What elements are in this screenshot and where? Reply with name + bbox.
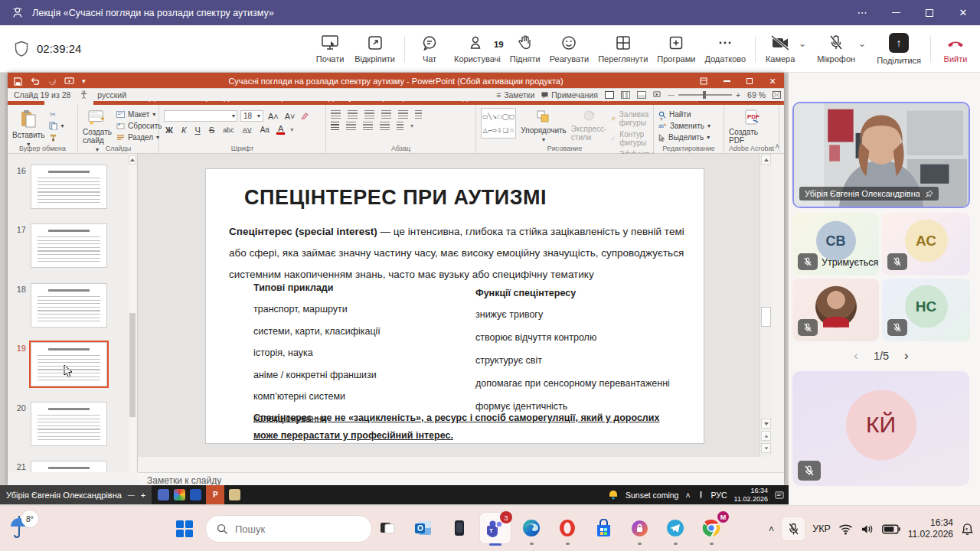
grow-font-button[interactable]: A˄ xyxy=(266,112,280,121)
ribbon-options-button[interactable] xyxy=(692,73,715,90)
char-spacing-button[interactable]: A̲V̲ xyxy=(241,126,253,134)
weather-widget[interactable]: 8° xyxy=(8,514,41,546)
justify-icon[interactable] xyxy=(380,122,390,130)
outlook-app-button[interactable]: O xyxy=(408,513,439,543)
store-app-button[interactable] xyxy=(588,513,619,543)
overlay-plus-icon[interactable]: + xyxy=(141,491,145,500)
bullets-icon[interactable] xyxy=(331,110,341,119)
slide-vertical-scrollbar[interactable] xyxy=(760,154,772,457)
shape-down-arrow-icon[interactable]: ⇩ xyxy=(497,127,502,134)
more-actions-button[interactable]: Додатково xyxy=(700,34,750,64)
shrink-font-button[interactable]: A˅ xyxy=(283,112,297,121)
window-minimize-button[interactable] xyxy=(879,0,913,25)
share-tray-button[interactable]: ↑ Поділитися xyxy=(872,33,926,65)
slideshow-icon[interactable] xyxy=(64,77,74,86)
strikethrough-button[interactable]: S xyxy=(207,126,216,135)
task-view-button[interactable] xyxy=(372,513,403,543)
shared-language-indicator[interactable]: РУС xyxy=(711,491,727,500)
replace-button[interactable]: abЗаменить▾ xyxy=(658,122,710,130)
cut-button[interactable]: ✂ xyxy=(49,110,64,119)
section-button[interactable]: Раздел▾ xyxy=(116,133,162,142)
clock[interactable]: 16:34 11.02.2026 xyxy=(908,517,953,540)
ppt-close-button[interactable]: ✕ xyxy=(761,73,784,90)
teams-app-button[interactable]: T 3 xyxy=(480,513,511,543)
language-indicator[interactable]: русский xyxy=(97,90,126,99)
chat-button[interactable]: Чат xyxy=(410,34,449,64)
shape-rect-icon[interactable]: ▭ xyxy=(482,113,488,120)
decrease-indent-icon[interactable] xyxy=(364,110,374,119)
find-button[interactable]: Найти xyxy=(658,110,710,119)
zoom-slider[interactable]: — + xyxy=(668,90,740,99)
participant-tile-photo[interactable] xyxy=(792,279,879,341)
pagination-next-icon[interactable]: › xyxy=(904,348,909,364)
shared-clock[interactable]: 16:34 11.02.2026 xyxy=(734,487,768,504)
taskbar-app-icon[interactable] xyxy=(158,489,169,500)
tray-mic-muted-button[interactable] xyxy=(782,517,805,540)
font-color-button[interactable]: А xyxy=(276,125,285,135)
align-center-icon[interactable] xyxy=(346,122,356,130)
chrome-app-icon[interactable] xyxy=(174,489,185,500)
font-size-combobox[interactable]: 18▾ xyxy=(240,110,263,122)
columns-icon[interactable] xyxy=(397,122,403,130)
thumbnail-slide-19-selected[interactable]: 19 xyxy=(14,342,107,386)
ppt-minimize-button[interactable] xyxy=(715,73,738,90)
pen-tray-icon[interactable] xyxy=(697,491,704,500)
thumbnail-slide-21[interactable]: 21 xyxy=(14,461,107,472)
phone-link-app-button[interactable] xyxy=(444,513,475,543)
search-input[interactable] xyxy=(235,523,350,535)
reset-button[interactable]: Сбросить xyxy=(116,122,162,130)
thumbnail-slide-16[interactable]: 16 xyxy=(14,165,107,209)
underline-button[interactable]: Ч xyxy=(193,126,201,135)
zoom-level[interactable]: 69 % xyxy=(747,90,766,99)
paste-button[interactable]: Вставить▾ xyxy=(12,108,44,148)
fit-to-window-icon[interactable] xyxy=(773,91,781,99)
start-button[interactable] xyxy=(172,516,198,542)
thumbnail-slide-20[interactable]: 20 xyxy=(14,402,107,446)
save-icon[interactable] xyxy=(14,77,22,86)
create-pdf-button[interactable]: PDF Создать PDF xyxy=(729,108,774,145)
tray-overflow-chevron[interactable]: ˄ xyxy=(769,523,775,535)
react-button[interactable]: Реагувати xyxy=(545,34,593,64)
clear-format-icon[interactable] xyxy=(300,112,309,120)
text-shadow-button[interactable]: abc xyxy=(221,126,236,134)
comments-toggle[interactable]: Примечания xyxy=(541,90,598,99)
action-center-icon[interactable] xyxy=(775,491,784,500)
tray-expand-icon[interactable]: ˄ xyxy=(685,491,690,500)
unpin-button[interactable]: Відкріпити xyxy=(350,34,400,64)
raise-hand-button[interactable]: Підняти xyxy=(505,34,545,64)
window-close-button[interactable]: ✕ xyxy=(946,0,980,25)
window-more-button[interactable]: ⋯ xyxy=(845,0,879,25)
telegram-app-button[interactable] xyxy=(660,513,691,543)
undo-icon[interactable] xyxy=(30,77,41,86)
previous-slide-button[interactable] xyxy=(761,431,771,441)
wifi-icon[interactable] xyxy=(838,523,853,535)
apps-button[interactable]: Програми xyxy=(652,34,700,64)
redo-icon[interactable] xyxy=(48,77,57,86)
participant-tile-ac[interactable]: АС xyxy=(882,213,970,276)
participants-button[interactable]: 19 Користувачі xyxy=(449,34,505,64)
shape-triangle-icon[interactable]: △ xyxy=(483,127,488,134)
increase-indent-icon[interactable] xyxy=(381,110,391,119)
slide-canvas[interactable]: СПЕЦІНТЕРЕС ПРИ АУТИЗМІ Спецінтерес (spe… xyxy=(205,168,704,444)
collapse-ribbon-button[interactable]: ˄ xyxy=(775,142,779,151)
line-spacing-icon[interactable] xyxy=(398,110,408,119)
numbering-icon[interactable] xyxy=(348,110,358,119)
pin-icon[interactable] xyxy=(925,190,933,198)
taskbar-app-icon[interactable] xyxy=(190,489,201,500)
start-share-button[interactable]: Почати xyxy=(310,34,350,64)
slide-sorter-view-button[interactable] xyxy=(621,91,630,99)
select-button[interactable]: Выделить▾ xyxy=(658,133,710,142)
shape-circle-icon[interactable]: ◯ xyxy=(502,113,509,120)
participant-tile-ky[interactable]: КЙ xyxy=(792,371,969,486)
thumbnail-scrollbar[interactable] xyxy=(129,154,136,472)
participant-tile-cv[interactable]: СВ Утримується xyxy=(792,213,879,276)
next-slide-button[interactable] xyxy=(761,443,771,453)
powerpoint-active-app-icon[interactable]: P xyxy=(206,485,224,504)
security-app-button[interactable] xyxy=(624,513,655,543)
font-name-combobox[interactable]: ▾ xyxy=(164,110,237,122)
mic-button[interactable]: Мікрофон xyxy=(812,34,860,64)
align-right-icon[interactable] xyxy=(363,122,373,130)
accessibility-icon[interactable] xyxy=(80,90,88,99)
arrange-button[interactable]: Упорядочить▾ xyxy=(521,108,567,143)
align-left-icon[interactable] xyxy=(331,122,339,130)
